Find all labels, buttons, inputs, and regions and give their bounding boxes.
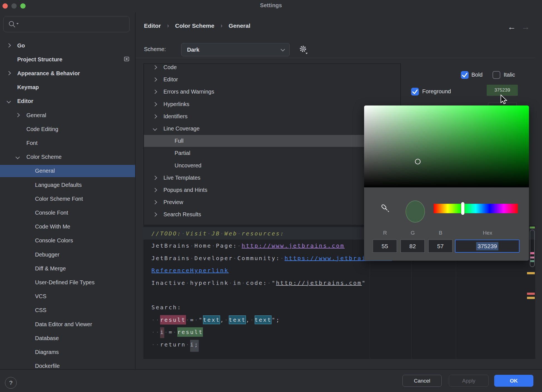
- sidebar-item-console-font[interactable]: Console Font: [0, 207, 135, 219]
- scheme-dropdown[interactable]: Dark: [181, 43, 290, 56]
- sidebar-item-language-defaults[interactable]: Language Defaults: [0, 179, 135, 191]
- sidebar-item-label: Code With Me: [35, 223, 70, 230]
- tree-row-hyperlinks[interactable]: Hyperlinks: [144, 98, 400, 110]
- sidebar-item-general[interactable]: General: [0, 165, 135, 177]
- code-segment-ws: ·: [229, 280, 233, 286]
- chevron-right-icon[interactable]: [153, 188, 157, 192]
- sidebar-item-appearance-behavior[interactable]: Appearance & Behavior: [0, 67, 135, 79]
- foreground-color-swatch[interactable]: 375239: [487, 85, 518, 96]
- tree-row-live-templates[interactable]: Live Templates: [144, 172, 400, 184]
- code-segment-link_gray: http://jetbrains.com: [276, 280, 362, 286]
- sidebar-item-label: Debugger: [35, 252, 59, 258]
- foreground-checkbox[interactable]: [411, 88, 419, 96]
- chevron-down-icon[interactable]: [153, 127, 157, 131]
- tree-row-uncovered[interactable]: Uncovered: [144, 160, 400, 172]
- tree-row-preview[interactable]: Preview: [144, 196, 400, 208]
- saturation-value-gradient[interactable]: [364, 105, 529, 187]
- sidebar-item-color-scheme[interactable]: Color Scheme: [0, 151, 135, 163]
- eyedropper-icon[interactable]: [381, 202, 390, 215]
- sidebar-item-code-editing[interactable]: Code Editing: [0, 123, 135, 135]
- apply-button[interactable]: Apply: [449, 375, 489, 387]
- code-line-3: JetBrains·Developer·Community:·https://w…: [151, 252, 392, 265]
- hex-field[interactable]: 375239: [455, 240, 519, 253]
- breadcrumb-color-scheme[interactable]: Color Scheme: [175, 22, 214, 29]
- tree-row-errors-and-warnings[interactable]: Errors and Warnings: [144, 86, 400, 98]
- chevron-right-icon[interactable]: [153, 77, 157, 82]
- red-field[interactable]: 55: [373, 240, 397, 253]
- sidebar-item-vcs[interactable]: VCS: [0, 290, 135, 303]
- chevron-right-icon[interactable]: [153, 65, 157, 70]
- sidebar-item-debugger[interactable]: Debugger: [0, 248, 135, 261]
- tree-row-full[interactable]: Full: [144, 135, 400, 147]
- code-segment-plain: JetBrains: [151, 255, 190, 262]
- tree-row-label: Editor: [163, 76, 178, 83]
- code-segment-ws: ·: [164, 329, 168, 335]
- editor-scrollbar-thumb[interactable]: [530, 230, 535, 267]
- code-segment-plain: ,: [220, 316, 224, 323]
- chevron-right-icon[interactable]: [153, 102, 157, 106]
- editor-stripe-mark[interactable]: [527, 272, 535, 274]
- foreground-label: Foreground: [422, 88, 451, 95]
- sidebar-item-css[interactable]: CSS: [0, 304, 135, 316]
- italic-checkbox[interactable]: [493, 71, 500, 79]
- code-segment-ws: ··: [151, 329, 160, 335]
- sidebar-item-general[interactable]: General: [0, 109, 135, 121]
- search-input[interactable]: [3, 16, 130, 32]
- back-arrow-icon[interactable]: ←: [508, 22, 516, 32]
- tree-row-partial[interactable]: Partial: [144, 147, 400, 159]
- sidebar-item-diff-merge[interactable]: Diff & Merge: [0, 262, 135, 275]
- chevron-right-icon[interactable]: [153, 176, 157, 180]
- hex-label: Hex: [455, 230, 520, 236]
- code-segment-plain: JetBrains: [151, 242, 190, 249]
- tree-row-search-results[interactable]: Search Results: [144, 208, 400, 220]
- breadcrumb-editor[interactable]: Editor: [144, 22, 161, 29]
- tree-row-code[interactable]: Code: [144, 61, 400, 73]
- tree-row-editor[interactable]: Editor: [144, 74, 400, 86]
- blue-field[interactable]: 57: [428, 240, 453, 253]
- sidebar-item-user-defined-file-types[interactable]: User-Defined File Types: [0, 276, 135, 288]
- tree-row-label: Identifiers: [163, 113, 188, 120]
- hue-slider[interactable]: [434, 204, 518, 213]
- sidebar-item-console-colors[interactable]: Console Colors: [0, 235, 135, 247]
- editor-stripe-mark[interactable]: [530, 227, 535, 228]
- chevron-down-icon[interactable]: [16, 155, 20, 159]
- bold-checkbox[interactable]: [461, 71, 469, 79]
- sidebar-item-keymap[interactable]: Keymap: [0, 81, 135, 94]
- sidebar-item-data-editor-and-viewer[interactable]: Data Editor and Viewer: [0, 318, 135, 330]
- tree-row-line-coverage[interactable]: Line Coverage: [144, 123, 400, 135]
- sidebar-item-go[interactable]: Go: [0, 39, 135, 52]
- sidebar-item-editor[interactable]: Editor: [0, 95, 135, 107]
- chevron-right-icon[interactable]: [153, 114, 157, 119]
- tree-row-popups-and-hints[interactable]: Popups and Hints: [144, 184, 400, 196]
- code-line-1: //TODO:·Visit·JB·Web·resources:: [151, 227, 285, 240]
- chevron-right-icon[interactable]: [153, 200, 157, 205]
- code-segment-todo: Visit: [186, 230, 207, 237]
- sidebar-item-project-structure[interactable]: Project Structure: [0, 53, 135, 66]
- chevron-right-icon[interactable]: [7, 71, 11, 76]
- green-field[interactable]: 82: [401, 240, 425, 253]
- hue-slider-thumb[interactable]: [461, 202, 464, 215]
- code-line-4: ReferenceHyperlink: [151, 264, 229, 277]
- scheme-value: Dark: [187, 47, 199, 53]
- sidebar-item-database[interactable]: Database: [0, 332, 135, 344]
- sidebar-item-color-scheme-font[interactable]: Color Scheme Font: [0, 193, 135, 205]
- chevron-right-icon[interactable]: [16, 113, 20, 117]
- editor-stripe-mark[interactable]: [527, 293, 535, 295]
- sv-marker-icon[interactable]: [415, 159, 421, 164]
- editor-stripe-mark[interactable]: [527, 297, 535, 299]
- code-segment-plain: =: [190, 316, 194, 323]
- chevron-right-icon[interactable]: [7, 43, 11, 48]
- chevron-right-icon[interactable]: [153, 212, 157, 217]
- tree-row-identifiers[interactable]: Identifiers: [144, 110, 400, 122]
- gear-icon[interactable]: [299, 44, 308, 54]
- chevron-right-icon[interactable]: [153, 90, 157, 94]
- breadcrumb-separator-icon: ›: [167, 22, 169, 29]
- breadcrumb-general[interactable]: General: [229, 22, 250, 29]
- sidebar-item-diagrams[interactable]: Diagrams: [0, 346, 135, 358]
- cancel-button[interactable]: Cancel: [402, 375, 442, 387]
- sidebar-item-code-with-me[interactable]: Code With Me: [0, 221, 135, 233]
- chevron-down-icon[interactable]: [7, 99, 11, 104]
- sidebar-item-font[interactable]: Font: [0, 137, 135, 149]
- ok-button[interactable]: OK: [494, 375, 533, 387]
- help-button[interactable]: ?: [5, 377, 17, 389]
